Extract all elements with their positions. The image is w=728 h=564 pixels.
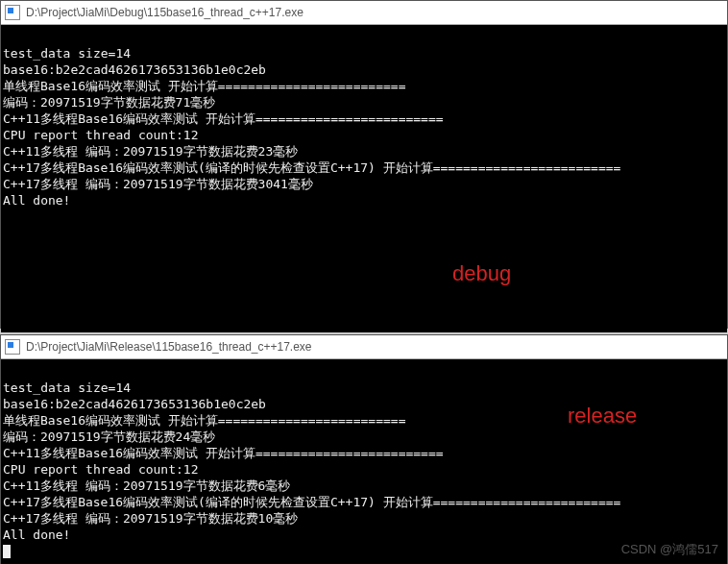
console-line: All done! (3, 193, 70, 208)
console-line: test_data size=14 (3, 380, 131, 395)
overlay-label-release: release (568, 407, 637, 424)
console-line: C++17多线程 编码：20971519字节数据花费10毫秒 (3, 511, 298, 526)
console-line: test_data size=14 (3, 46, 131, 61)
app-icon (5, 339, 20, 355)
console-line: C++11多线程 编码：20971519字节数据花费23毫秒 (3, 144, 298, 159)
console-output-debug[interactable]: test_data size=14 base16:b2e2cad46261736… (1, 25, 727, 332)
titlebar-release[interactable]: D:\Project\JiaMi\Release\115base16_threa… (1, 335, 727, 359)
console-output-release[interactable]: test_data size=14 base16:b2e2cad46261736… (1, 359, 727, 564)
console-line: 编码：20971519字节数据花费24毫秒 (3, 429, 215, 444)
watermark: CSDN @鸿儒517 (621, 541, 718, 558)
console-line: C++17多线程Base16编码效率测试(编译的时候先检查设置C++17) 开始… (3, 160, 620, 175)
console-line: CPU report thread count:12 (3, 462, 199, 477)
cursor-icon (3, 545, 11, 558)
console-line: C++17多线程 编码：20971519字节数据花费3041毫秒 (3, 177, 313, 191)
console-line: C++11多线程Base16编码效率测试 开始计算===============… (3, 446, 444, 460)
app-icon (5, 5, 20, 20)
titlebar-debug[interactable]: D:\Project\JiaMi\Debug\115base16_thread_… (1, 1, 727, 25)
overlay-label-debug: debug (452, 265, 511, 282)
console-line: C++17多线程Base16编码效率测试(编译的时候先检查设置C++17) 开始… (3, 495, 620, 509)
console-line: C++11多线程 编码：20971519字节数据花费6毫秒 (3, 478, 290, 493)
console-line: 单线程Base16编码效率测试 开始计算====================… (3, 413, 405, 428)
console-line: base16:b2e2cad4626173653136b1e0c2eb (3, 62, 266, 77)
console-line: All done! (3, 527, 70, 542)
window-title: D:\Project\JiaMi\Debug\115base16_thread_… (26, 1, 303, 24)
console-window-debug: D:\Project\JiaMi\Debug\115base16_thread_… (0, 0, 728, 329)
console-line: 单线程Base16编码效率测试 开始计算====================… (3, 79, 405, 93)
console-line: 编码：20971519字节数据花费71毫秒 (3, 95, 215, 110)
window-title: D:\Project\JiaMi\Release\115base16_threa… (26, 335, 312, 358)
console-line: C++11多线程Base16编码效率测试 开始计算===============… (3, 111, 444, 126)
console-line: CPU report thread count:12 (3, 128, 199, 142)
console-window-release: D:\Project\JiaMi\Release\115base16_threa… (0, 334, 728, 564)
console-line: base16:b2e2cad4626173653136b1e0c2eb (3, 397, 266, 411)
